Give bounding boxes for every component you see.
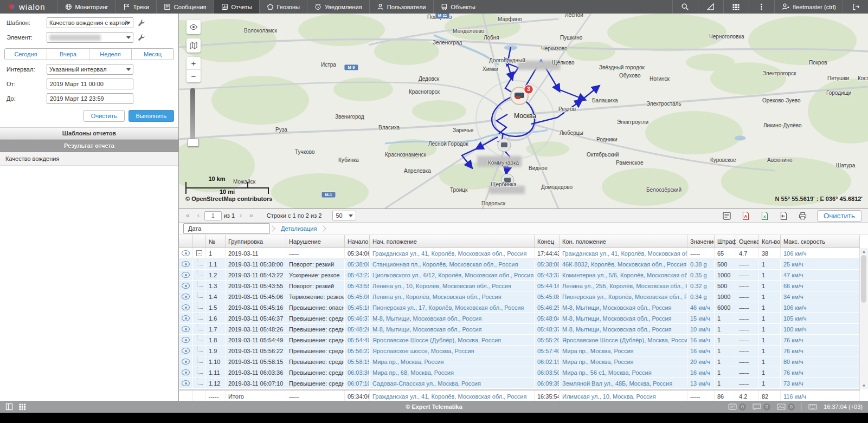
report-result-item[interactable]: Качество вождения xyxy=(0,152,178,166)
show-on-map-eye-icon[interactable] xyxy=(182,261,190,267)
show-on-map-eye-icon[interactable] xyxy=(182,250,190,256)
from-date-input[interactable]: 2019 Март 11 00:00 xyxy=(47,79,133,89)
section-report-templates[interactable]: Шаблоны отчетов xyxy=(0,127,178,140)
last-page-button[interactable]: » xyxy=(247,212,256,219)
table-row[interactable]: 1.112019-03-11 06:03:36Превышение: средн… xyxy=(179,367,860,378)
table-row[interactable]: 1.92019-03-11 05:56:22Превышение: средне… xyxy=(179,346,860,356)
page-size-select[interactable]: 50 xyxy=(332,211,356,220)
interval-select[interactable]: Указанный интервал xyxy=(47,64,133,75)
report-template-button[interactable] xyxy=(722,211,731,220)
tools-button[interactable] xyxy=(698,0,723,14)
wialon-logo[interactable]: wialon xyxy=(0,0,57,14)
scrollbar-thumb[interactable] xyxy=(861,255,866,303)
nav-item-users[interactable]: Пользователи xyxy=(369,0,433,14)
panel-layout-icon[interactable] xyxy=(5,403,13,411)
sms-counter[interactable]: 0 xyxy=(753,404,770,411)
export-excel-button[interactable]: x xyxy=(760,211,769,220)
quick-range-button[interactable]: Месяц xyxy=(131,49,173,60)
nav-item-geofences[interactable]: Геозоны xyxy=(259,0,307,14)
report-tab-link[interactable]: Детализация xyxy=(277,225,321,232)
show-on-map-eye-icon[interactable] xyxy=(182,326,190,332)
show-on-map-eye-icon[interactable] xyxy=(182,304,190,310)
collapse-row-icon[interactable]: − xyxy=(196,250,202,256)
nav-item-notifications[interactable]: Уведомления xyxy=(307,0,369,14)
nav-item-tracks[interactable]: Треки xyxy=(115,0,156,14)
map-layers-button[interactable] xyxy=(187,38,201,53)
table-row[interactable]: 1.42019-03-11 05:45:06Торможение: резкое… xyxy=(179,291,860,302)
table-row[interactable]: 1.12019-03-11 05:38:00Поворот: резкий05:… xyxy=(179,259,860,270)
scroll-up-icon[interactable]: ▲ xyxy=(860,249,868,254)
element-settings-button[interactable] xyxy=(138,34,145,41)
column-header[interactable]: Макс. скорость xyxy=(781,235,860,248)
template-settings-button[interactable] xyxy=(138,19,145,27)
more-menu-button[interactable] xyxy=(749,0,774,14)
table-row[interactable]: 1.102019-03-11 05:58:15Превышение: средн… xyxy=(179,356,860,367)
search-button[interactable] xyxy=(672,0,698,14)
map-zoom-slider[interactable] xyxy=(190,88,195,142)
next-page-button[interactable]: › xyxy=(237,212,245,219)
column-header[interactable]: Начало xyxy=(345,235,370,248)
nav-item-reports[interactable]: Отчеты xyxy=(214,0,259,14)
quick-range-button[interactable]: Неделя xyxy=(89,49,131,60)
table-row[interactable]: 1.62019-03-11 05:46:37Превышение: средне… xyxy=(179,313,860,324)
to-date-input[interactable]: 2019 Март 12 23:59 xyxy=(47,93,133,104)
zoom-out-button[interactable]: − xyxy=(187,69,201,82)
column-header[interactable]: Нач. положение xyxy=(370,235,535,248)
table-row[interactable]: −12019-03-11-----05:34:06Гражданская ул.… xyxy=(179,248,860,259)
driver-messages-counter[interactable]: 0 xyxy=(728,404,746,411)
show-on-map-eye-icon[interactable] xyxy=(182,348,190,354)
column-header[interactable]: Оценка xyxy=(736,235,759,248)
scroll-down-icon[interactable]: ▼ xyxy=(860,383,868,388)
apps-button[interactable] xyxy=(723,0,749,14)
bottom-grid-icon[interactable] xyxy=(18,403,26,411)
show-on-map-eye-icon[interactable] xyxy=(182,337,190,343)
table-row[interactable]: 1.32019-03-11 05:43:55Поворот: резкий05:… xyxy=(179,281,860,291)
export-pdf-button[interactable]: A xyxy=(741,211,750,220)
table-row[interactable]: 1.72019-03-11 05:48:26Превышение: средне… xyxy=(179,324,860,335)
export-file-button[interactable] xyxy=(779,211,788,220)
page-number-input[interactable]: 1 xyxy=(204,211,222,220)
execute-report-button[interactable]: Выполнить xyxy=(128,110,174,122)
first-page-button[interactable]: « xyxy=(183,212,192,219)
nav-item-messages[interactable]: Сообщения xyxy=(156,0,214,14)
column-header[interactable]: Кол-во xyxy=(759,235,781,248)
zoom-slider-handle[interactable] xyxy=(188,139,199,147)
show-on-map-eye-icon[interactable] xyxy=(182,359,190,365)
map-panel[interactable]: 3 ПоваровоМарфиноЛеснойВолоколамскМендел… xyxy=(179,14,868,209)
show-on-map-eye-icon[interactable] xyxy=(182,380,190,386)
show-on-map-eye-icon[interactable] xyxy=(182,369,190,375)
column-header[interactable]: Штраф xyxy=(715,235,736,248)
quick-range-button[interactable]: Сегодня xyxy=(5,49,47,60)
show-on-map-eye-icon[interactable] xyxy=(182,283,190,289)
user-menu[interactable]: fleetmaster (ctrl) xyxy=(774,0,843,14)
template-select[interactable]: Качество вождения с картой xyxy=(47,17,133,28)
show-on-map-eye-icon[interactable] xyxy=(182,272,190,278)
keyboard-icon[interactable] xyxy=(808,404,817,410)
element-select[interactable] xyxy=(47,32,133,43)
map-visibility-button[interactable] xyxy=(187,20,201,34)
section-report-result[interactable]: Результат отчета xyxy=(0,140,178,152)
logout-button[interactable] xyxy=(843,0,868,14)
column-header[interactable]: № xyxy=(206,235,226,248)
column-header[interactable]: Нарушение xyxy=(286,235,345,248)
nav-item-units[interactable]: Объекты xyxy=(433,0,483,14)
clear-report-button[interactable]: Очистить xyxy=(817,210,861,222)
table-row[interactable]: 1.52019-03-11 05:45:16Превышение: опасно… xyxy=(179,302,860,313)
report-tab-selected[interactable]: Дата xyxy=(183,223,270,234)
prev-page-button[interactable]: ‹ xyxy=(195,212,202,219)
nav-item-monitoring[interactable]: Мониторинг xyxy=(57,0,115,14)
quick-range-button[interactable]: Вчера xyxy=(47,49,89,60)
media-counter[interactable]: 0 xyxy=(777,404,795,411)
table-row[interactable]: 1.82019-03-11 05:54:49Превышение: средне… xyxy=(179,335,860,346)
zoom-in-button[interactable]: + xyxy=(187,57,201,69)
column-header[interactable]: Конец xyxy=(535,235,560,248)
table-row[interactable]: 1.22019-03-11 05:43:22Ускорение: резкое0… xyxy=(179,270,860,281)
print-button[interactable] xyxy=(798,211,807,220)
show-on-map-eye-icon[interactable] xyxy=(182,315,190,321)
table-row[interactable]: 1.122019-03-11 06:07:10Превышение: средн… xyxy=(179,378,860,389)
show-on-map-eye-icon[interactable] xyxy=(182,294,190,300)
column-header[interactable]: Кон. положение xyxy=(560,235,687,248)
column-header[interactable]: Значение xyxy=(687,235,715,248)
column-header[interactable]: Группировка xyxy=(226,235,286,248)
clear-form-button[interactable]: Очистить xyxy=(83,110,125,122)
